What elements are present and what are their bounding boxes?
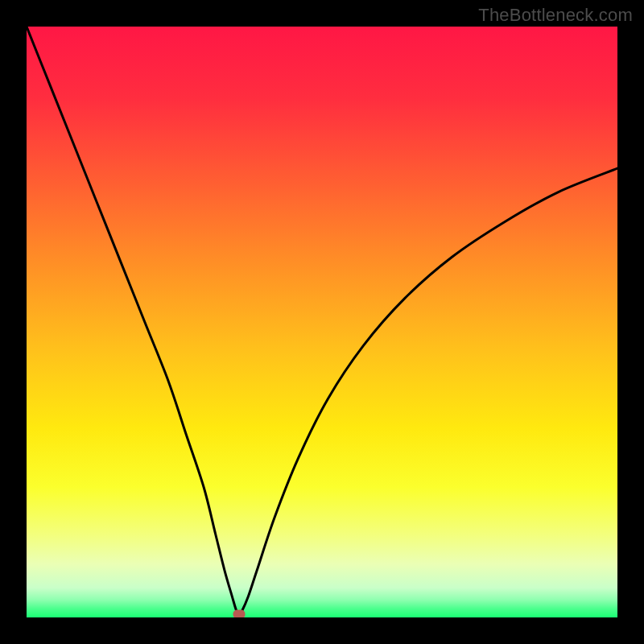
plot-area bbox=[27, 27, 617, 617]
chart-frame: TheBottleneck.com bbox=[0, 0, 644, 644]
marker-layer bbox=[27, 27, 617, 617]
attribution-text: TheBottleneck.com bbox=[478, 5, 633, 26]
optimum-marker bbox=[233, 609, 246, 617]
